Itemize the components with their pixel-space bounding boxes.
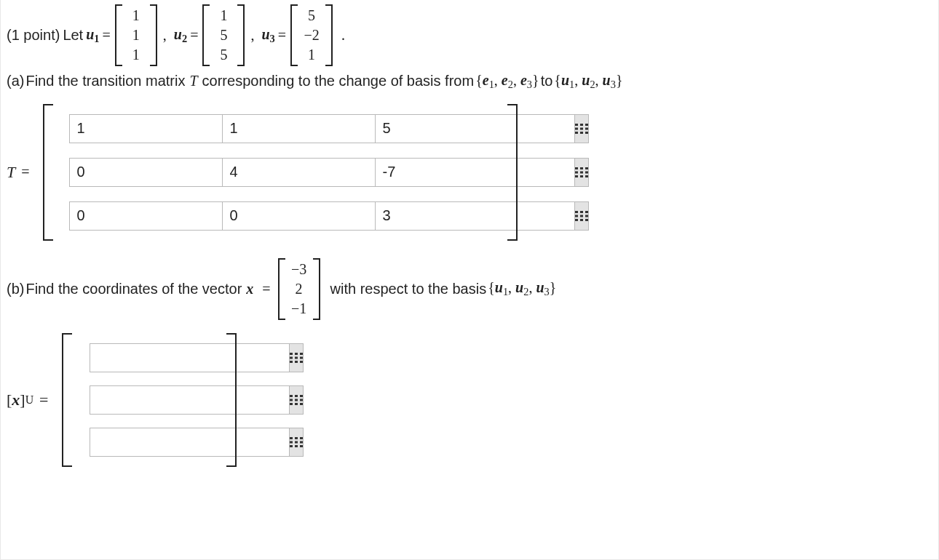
svg-rect-53 bbox=[585, 175, 588, 177]
svg-rect-50 bbox=[585, 171, 588, 173]
T-cell-3-2 bbox=[222, 201, 346, 231]
svg-rect-81 bbox=[290, 353, 293, 355]
xU-input-3[interactable] bbox=[90, 428, 289, 457]
u1-vector: 1 1 1 bbox=[115, 4, 157, 66]
xU-row-1 bbox=[90, 343, 213, 372]
equals-x: = bbox=[258, 281, 274, 297]
svg-rect-49 bbox=[580, 171, 583, 173]
svg-rect-93 bbox=[290, 399, 293, 401]
svg-rect-106 bbox=[295, 445, 298, 447]
svg-rect-86 bbox=[300, 356, 303, 359]
xU-cell-2 bbox=[90, 385, 213, 415]
u2-entry-3: 5 bbox=[215, 45, 231, 65]
T-cell-3-1 bbox=[69, 201, 193, 231]
keypad-icon[interactable] bbox=[289, 428, 304, 457]
u2-vector: 1 5 5 bbox=[202, 4, 245, 66]
keypad-icon[interactable] bbox=[289, 385, 304, 415]
period-1: . bbox=[337, 27, 345, 44]
svg-rect-78 bbox=[575, 219, 578, 221]
part-b-text2: with respect to the basis bbox=[323, 281, 487, 297]
sep-comma-1: , bbox=[162, 27, 171, 44]
svg-rect-48 bbox=[575, 171, 578, 173]
svg-rect-99 bbox=[290, 437, 293, 439]
T-cell-2-3 bbox=[375, 158, 499, 187]
svg-rect-52 bbox=[580, 175, 583, 177]
svg-rect-89 bbox=[300, 361, 303, 363]
u1-entry-1: 1 bbox=[128, 6, 144, 25]
u2-symbol: u2 bbox=[174, 26, 187, 45]
T-cell-1-2 bbox=[222, 114, 346, 143]
svg-rect-87 bbox=[290, 361, 293, 363]
svg-rect-84 bbox=[290, 356, 293, 359]
svg-rect-107 bbox=[300, 445, 303, 447]
svg-rect-20 bbox=[585, 124, 588, 126]
equals-3: = bbox=[278, 27, 286, 44]
part-a-text3: to bbox=[541, 73, 553, 89]
svg-rect-96 bbox=[290, 403, 293, 405]
T-cell-2-2 bbox=[222, 158, 346, 187]
svg-rect-22 bbox=[580, 127, 583, 129]
svg-rect-97 bbox=[295, 403, 298, 405]
svg-rect-77 bbox=[585, 215, 588, 217]
part-a-label: (a) bbox=[7, 73, 24, 89]
svg-rect-101 bbox=[300, 437, 303, 439]
u2-entry-1: 1 bbox=[215, 6, 231, 25]
svg-rect-72 bbox=[575, 211, 578, 213]
part-a-text2: corresponding to the change of basis fro… bbox=[202, 73, 475, 89]
svg-rect-45 bbox=[575, 167, 578, 169]
svg-rect-105 bbox=[290, 445, 293, 447]
basis-u-set-b: {u1, u2, u3} bbox=[488, 279, 556, 298]
T-input-3-3[interactable] bbox=[375, 201, 574, 231]
T-cell-3-3 bbox=[375, 201, 499, 231]
svg-rect-103 bbox=[295, 441, 298, 443]
u3-symbol: u3 bbox=[261, 26, 274, 45]
x-entry-1: −3 bbox=[291, 260, 307, 279]
T-input-1-3[interactable] bbox=[375, 114, 574, 143]
xU-cell-1 bbox=[90, 343, 213, 372]
svg-rect-73 bbox=[580, 211, 583, 213]
equals-2: = bbox=[190, 27, 198, 44]
u1-entry-2: 1 bbox=[128, 25, 144, 45]
svg-rect-24 bbox=[575, 132, 578, 134]
x-entry-3: −1 bbox=[291, 299, 307, 319]
svg-rect-25 bbox=[580, 132, 583, 134]
svg-rect-91 bbox=[295, 395, 298, 397]
xU-input-2[interactable] bbox=[90, 385, 289, 415]
let-text: Let bbox=[63, 27, 83, 44]
keypad-icon[interactable] bbox=[574, 201, 589, 231]
T-cell-2-1 bbox=[69, 158, 193, 187]
u3-entry-1: 5 bbox=[304, 6, 320, 25]
svg-rect-100 bbox=[295, 437, 298, 439]
svg-rect-79 bbox=[580, 219, 583, 221]
equals-1: = bbox=[103, 27, 111, 44]
part-b-label: (b) bbox=[7, 281, 24, 297]
keypad-icon[interactable] bbox=[574, 158, 589, 187]
T-row-1 bbox=[69, 114, 499, 143]
keypad-icon[interactable] bbox=[289, 343, 304, 372]
svg-rect-102 bbox=[290, 441, 293, 443]
u1-symbol: u1 bbox=[86, 26, 99, 45]
svg-rect-90 bbox=[290, 395, 293, 397]
keypad-icon[interactable] bbox=[574, 114, 589, 143]
svg-rect-75 bbox=[575, 215, 578, 217]
svg-rect-94 bbox=[295, 399, 298, 401]
svg-rect-47 bbox=[585, 167, 588, 169]
xU-vector bbox=[62, 333, 237, 467]
svg-rect-82 bbox=[295, 353, 298, 355]
T-answer-row: T = bbox=[7, 104, 932, 241]
T-cell-1-1 bbox=[69, 114, 193, 143]
u2-entry-2: 5 bbox=[215, 25, 231, 45]
part-a-question: (a) Find the transition matrix T corresp… bbox=[7, 72, 932, 91]
part-a-text1: Find the transition matrix bbox=[25, 73, 185, 89]
x-vector: −3 2 −1 bbox=[278, 258, 320, 320]
svg-rect-19 bbox=[580, 124, 583, 126]
svg-rect-85 bbox=[295, 356, 298, 359]
basis-e-set: {e1, e2, e3} bbox=[475, 72, 539, 91]
xU-input-1[interactable] bbox=[90, 343, 289, 372]
T-input-2-3[interactable] bbox=[375, 158, 574, 187]
T-matrix bbox=[43, 104, 518, 241]
vector-definitions: (1 point) Let u1 = 1 1 1 , u2 = 1 5 bbox=[7, 4, 932, 66]
part-b-text1: Find the coordinates of the vector bbox=[25, 281, 242, 297]
svg-rect-26 bbox=[585, 132, 588, 134]
T-cell-1-3 bbox=[375, 114, 499, 143]
